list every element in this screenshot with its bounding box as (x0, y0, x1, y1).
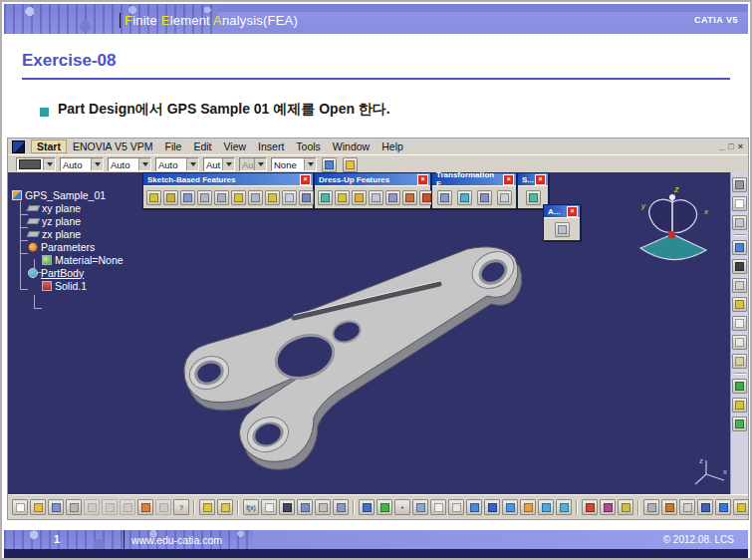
hide-show-icon[interactable] (538, 499, 554, 515)
formula-icon[interactable]: f(x) (243, 499, 259, 515)
thread-tap-icon[interactable] (402, 190, 417, 205)
restore-button[interactable]: □ (728, 141, 733, 151)
draft-angle-icon[interactable] (352, 190, 367, 205)
rotate-icon[interactable] (412, 499, 428, 515)
zoom-out-icon[interactable] (448, 499, 464, 515)
print-icon[interactable] (66, 499, 82, 515)
footer-site-link[interactable]: www.edu-catia.com (131, 534, 222, 546)
new-file-icon[interactable] (12, 499, 28, 515)
slot-icon[interactable] (299, 190, 314, 205)
scale-ratio-icon[interactable] (697, 499, 713, 515)
shaft-icon[interactable] (231, 190, 246, 205)
tree-item-parameters[interactable]: Parameters (12, 240, 124, 253)
shell-icon[interactable] (369, 190, 383, 205)
tree-item-zx-plane[interactable]: zx plane (12, 227, 124, 240)
menu-help[interactable]: Help (376, 140, 409, 153)
copy-icon[interactable] (102, 499, 118, 515)
cut-icon[interactable] (84, 499, 100, 515)
close-icon[interactable]: × (567, 206, 578, 217)
view-mode-icon[interactable] (732, 240, 747, 255)
measure-between-icon[interactable] (582, 499, 598, 515)
sort-icon[interactable] (333, 499, 349, 515)
tree-item-solid[interactable]: Solid.1 (12, 279, 124, 292)
drafted-filleted-pad-icon[interactable] (163, 190, 178, 205)
viewport-3d[interactable]: z x y z x (8, 172, 730, 495)
fly-mode-icon[interactable] (359, 499, 375, 515)
menu-insert[interactable]: Insert (252, 140, 290, 153)
comment-icon[interactable] (261, 499, 277, 515)
chevron-down-icon[interactable] (138, 158, 150, 170)
color-combo[interactable] (16, 157, 56, 171)
hole-icon[interactable] (265, 190, 280, 205)
thickness-icon[interactable] (385, 190, 400, 205)
lock-icon[interactable] (315, 499, 331, 515)
menu-edit[interactable]: Edit (187, 140, 217, 153)
tree-item-root[interactable]: GPS_Sample_01 (12, 188, 124, 201)
redo-icon[interactable] (155, 499, 171, 515)
constraints-icon[interactable] (732, 278, 747, 293)
plane-mini-icon[interactable] (732, 354, 747, 369)
drafted-filleted-pocket-icon[interactable] (214, 190, 229, 205)
paintbrush-icon[interactable] (322, 157, 337, 172)
toolbar-titlebar[interactable]: Transformation F...× (432, 173, 516, 185)
measure-inertia-icon[interactable] (618, 499, 633, 515)
zoom-in-icon[interactable] (430, 499, 446, 515)
save-icon[interactable] (48, 499, 64, 515)
tree-item-partbody[interactable]: PartBody (12, 266, 124, 279)
knowledge-advisor-icon[interactable] (217, 499, 233, 515)
analysis-material-icon[interactable] (732, 417, 747, 431)
menu-window[interactable]: Window (327, 140, 376, 153)
toolbar-titlebar[interactable]: S...× (518, 173, 548, 185)
close-icon[interactable]: × (300, 174, 311, 185)
opacity-combo[interactable]: Auto (60, 157, 104, 171)
pan-icon[interactable]: + (394, 499, 410, 515)
multi-pad-icon[interactable] (180, 190, 195, 205)
close-button[interactable]: × (738, 141, 743, 151)
linetype-combo[interactable]: Auto (108, 157, 151, 171)
toolbar-titlebar[interactable]: Dress-Up Features× (315, 173, 430, 185)
update-icon[interactable] (732, 177, 747, 192)
fit-all-icon[interactable] (376, 499, 392, 515)
line-icon[interactable] (732, 335, 747, 350)
tree-item-xy-plane[interactable]: xy plane (12, 201, 124, 214)
refresh-icon[interactable] (643, 499, 659, 515)
compass[interactable]: z x y (640, 184, 709, 260)
design-table-icon[interactable] (297, 499, 313, 515)
menu-view[interactable]: View (217, 140, 252, 153)
minimize-button[interactable]: _ (719, 141, 724, 151)
tree-item-yz-plane[interactable]: yz plane (12, 214, 124, 227)
chevron-down-icon[interactable] (91, 158, 103, 170)
lightning-icon[interactable] (733, 499, 749, 515)
scaling-icon[interactable] (497, 190, 512, 205)
groove-icon[interactable] (248, 190, 263, 205)
chevron-down-icon[interactable] (222, 158, 234, 170)
pocket-icon[interactable] (197, 190, 212, 205)
mirror-icon[interactable] (457, 190, 472, 205)
thickness-combo[interactable]: Auto (155, 157, 199, 171)
menu-start[interactable]: Start (31, 140, 67, 153)
chevron-down-icon[interactable] (304, 158, 316, 170)
chevron-down-icon[interactable] (186, 158, 198, 170)
render-view-icon[interactable] (555, 222, 570, 237)
rectangular-pattern-icon[interactable] (477, 190, 492, 205)
close-icon[interactable]: × (535, 174, 546, 185)
open-folder-icon[interactable] (30, 499, 46, 515)
menu-tools[interactable]: Tools (290, 140, 327, 153)
edge-fillet-icon[interactable] (318, 190, 333, 205)
axis-system-icon[interactable] (679, 499, 695, 515)
close-icon[interactable]: × (503, 174, 514, 185)
iso-view-icon[interactable] (502, 499, 518, 515)
pad-icon[interactable] (146, 190, 161, 205)
toolbar-titlebar[interactable]: A...× (544, 205, 580, 217)
pad-mini-icon[interactable] (732, 297, 747, 312)
undo-icon[interactable] (137, 499, 153, 515)
normal-view-icon[interactable] (466, 499, 482, 515)
whats-this-icon[interactable]: ? (173, 499, 189, 515)
paste-icon[interactable] (120, 499, 135, 515)
split-icon[interactable] (526, 190, 541, 205)
chamfer-icon[interactable] (335, 190, 350, 205)
select-cursor-icon[interactable] (732, 196, 747, 211)
catalog-icon[interactable] (732, 398, 747, 413)
rib-icon[interactable] (282, 190, 297, 205)
painter-wizard-icon[interactable] (343, 157, 358, 172)
